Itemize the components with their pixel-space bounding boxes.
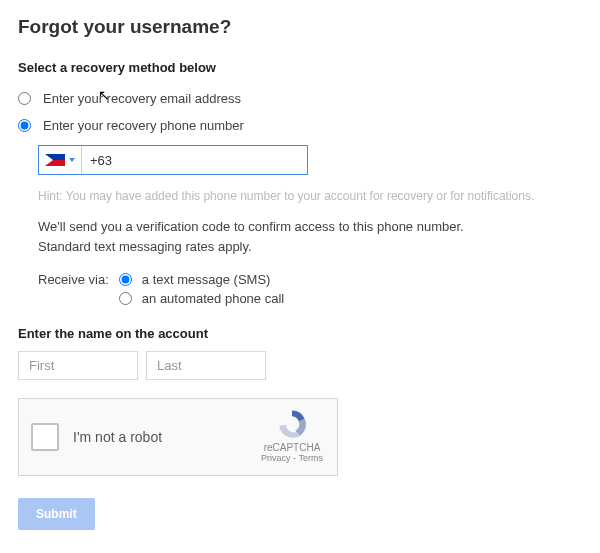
recaptcha-widget: I'm not a robot reCAPTCHA Privacy - Term… (18, 398, 338, 476)
first-name-input[interactable] (18, 351, 138, 380)
submit-button[interactable]: Submit (18, 498, 95, 530)
recovery-email-label[interactable]: Enter your recovery email address (43, 91, 241, 106)
chevron-down-icon (69, 158, 75, 162)
phone-hint: Hint: You may have added this phone numb… (38, 189, 582, 203)
recaptcha-label: I'm not a robot (73, 429, 162, 445)
last-name-input[interactable] (146, 351, 266, 380)
receive-call-radio[interactable] (119, 292, 132, 305)
recaptcha-brand: reCAPTCHA (259, 442, 325, 453)
recaptcha-privacy-link[interactable]: Privacy (261, 453, 291, 463)
receive-via-label: Receive via: (38, 270, 109, 287)
recovery-heading: Select a recovery method below (18, 60, 582, 75)
page-title: Forgot your username? (18, 16, 582, 38)
receive-call-label[interactable]: an automated phone call (142, 291, 284, 306)
phone-info-line2: Standard text messaging rates apply. (38, 239, 252, 254)
phone-number-input[interactable] (82, 146, 307, 174)
recovery-phone-radio[interactable] (18, 119, 31, 132)
recaptcha-terms-link[interactable]: Terms (298, 453, 323, 463)
receive-sms-label[interactable]: a text message (SMS) (142, 272, 271, 287)
country-selector[interactable] (39, 146, 82, 174)
phone-info-line1: We'll send you a verification code to co… (38, 219, 464, 234)
flag-icon (45, 154, 65, 166)
name-heading: Enter the name on the account (18, 326, 582, 341)
phone-info: We'll send you a verification code to co… (38, 217, 582, 256)
recovery-email-radio[interactable] (18, 92, 31, 105)
receive-sms-radio[interactable] (119, 273, 132, 286)
recaptcha-logo-icon (259, 407, 325, 444)
recaptcha-checkbox[interactable] (31, 423, 59, 451)
recovery-phone-label[interactable]: Enter your recovery phone number (43, 118, 244, 133)
phone-input-group (38, 145, 308, 175)
